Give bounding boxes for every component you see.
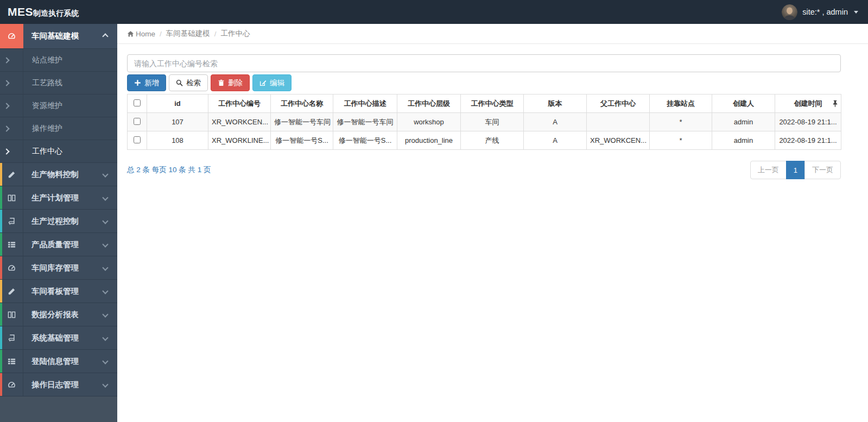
avatar [782, 4, 797, 20]
sidebar-filler [0, 396, 117, 422]
column-header-level: 工作中心层级 [397, 95, 461, 113]
app-logo: MES制造执行系统 [0, 5, 117, 18]
sidebar-item-system-management[interactable]: 系统基础管理 [0, 326, 117, 350]
column-header-created: 创建时间 [775, 95, 841, 113]
page-1-button[interactable]: 1 [786, 161, 805, 179]
sidebar-subitem-operation-maintenance[interactable]: 操作维护 [0, 117, 117, 140]
sidebar-submenu: 站点维护 工艺路线 资源维护 操作维护 工作中心 [0, 49, 117, 163]
table-header-row: id 工作中心编号 工作中心名称 工作中心描述 工作中心层级 工作中心类型 版本… [128, 95, 841, 113]
search-button[interactable]: 检索 [169, 74, 208, 91]
plus-icon [134, 79, 141, 86]
breadcrumb-home[interactable]: Home [136, 30, 155, 38]
sidebar-item-analytics-reports[interactable]: 数据分析报表 [0, 303, 117, 326]
book-icon [0, 210, 23, 232]
sidebar-item-label: 车间基础建模 [23, 24, 103, 48]
sidebar-item-process-control[interactable]: 生产过程控制 [0, 210, 117, 233]
breadcrumb-current: 工作中心 [221, 29, 250, 39]
trash-icon [218, 79, 225, 86]
column-header-desc: 工作中心描述 [333, 95, 397, 113]
sidebar-item-plan-management[interactable]: 生产计划管理 [0, 186, 117, 210]
user-label: site:* , admin [802, 8, 848, 16]
search-icon [176, 79, 183, 86]
prev-page-button[interactable]: 上一页 [750, 161, 787, 179]
sidebar-subitem-resource-maintenance[interactable]: 资源维护 [0, 95, 117, 117]
chevron-right-icon [3, 125, 9, 131]
column-header-creator: 创建人 [712, 95, 775, 113]
chevron-up-icon [102, 33, 108, 39]
table-row: 107 XR_WORKCEN... 修一智能一号车间 修一智能一号车间 work… [128, 113, 841, 131]
chevron-down-icon [102, 264, 108, 270]
row-checkbox[interactable] [134, 118, 141, 125]
column-header-name: 工作中心名称 [271, 95, 333, 113]
pin-icon[interactable] [832, 100, 838, 107]
chevron-down-icon [102, 218, 108, 224]
gauge-icon [0, 256, 23, 279]
gauge-icon [0, 373, 23, 396]
table-row: 108 XR_WORKLINE... 修一智能一号S... 修一智能一号S...… [128, 131, 841, 150]
sidebar-item-inventory-management[interactable]: 车间库存管理 [0, 256, 117, 280]
chevron-down-icon [102, 194, 108, 200]
breadcrumb: Home / 车间基础建模 / 工作中心 [117, 24, 868, 44]
next-page-button[interactable]: 下一页 [804, 161, 841, 179]
pencil-icon [0, 163, 23, 186]
columns-icon [0, 186, 23, 209]
chevron-right-icon [3, 80, 9, 86]
row-checkbox[interactable] [134, 136, 141, 143]
column-header-parent: 父工作中心 [587, 95, 650, 113]
sidebar: 车间基础建模 站点维护 工艺路线 资源维护 操作维护 工作中心 [0, 24, 117, 422]
edit-button[interactable]: 编辑 [252, 74, 292, 91]
topbar: MES制造执行系统 site:* , admin [0, 0, 868, 24]
sidebar-subitem-work-center[interactable]: 工作中心 [0, 140, 117, 163]
chevron-right-icon [3, 148, 9, 154]
chevron-down-icon [102, 311, 108, 317]
column-header-version: 版本 [524, 95, 587, 113]
sidebar-subitem-station-maintenance[interactable]: 站点维护 [0, 49, 117, 72]
chevron-down-icon [102, 335, 108, 341]
add-button[interactable]: 新增 [127, 74, 166, 91]
list-icon [0, 233, 23, 256]
chevron-down-icon [102, 171, 108, 177]
delete-button[interactable]: 删除 [211, 74, 250, 91]
columns-icon [0, 303, 23, 326]
column-header-id: id [147, 95, 208, 113]
column-header-type: 工作中心类型 [461, 95, 524, 113]
gauge-icon [0, 24, 23, 48]
logo-mes: MES [8, 5, 33, 18]
sidebar-subitem-process-route[interactable]: 工艺路线 [0, 72, 117, 95]
chevron-down-icon [102, 381, 108, 387]
sidebar-item-quality-management[interactable]: 产品质量管理 [0, 233, 117, 256]
sidebar-item-kanban-management[interactable]: 车间看板管理 [0, 280, 117, 303]
pagination-summary: 总 2 条 每页 10 条 共 1 页 [127, 165, 211, 175]
edit-icon [259, 79, 267, 86]
pencil-icon [0, 280, 23, 303]
sidebar-item-login-info-management[interactable]: 登陆信息管理 [0, 350, 117, 373]
sidebar-item-operation-log-management[interactable]: 操作日志管理 [0, 373, 117, 396]
toolbar: 新增 检索 删除 编辑 [127, 74, 841, 91]
pagination: 上一页 1 下一页 [750, 161, 841, 179]
column-header-station: 挂靠站点 [650, 95, 712, 113]
chevron-right-icon [3, 103, 9, 109]
select-all-checkbox[interactable] [134, 99, 141, 106]
breadcrumb-group: 车间基础建模 [166, 29, 210, 39]
list-icon [0, 350, 23, 373]
book-icon [0, 326, 23, 349]
home-icon [127, 30, 134, 37]
search-input[interactable] [127, 54, 841, 72]
chevron-down-icon [102, 358, 108, 364]
column-header-code: 工作中心编号 [208, 95, 271, 113]
chevron-down-icon [102, 241, 108, 247]
logo-suffix: 制造执行系统 [33, 9, 79, 17]
user-menu[interactable]: site:* , admin [782, 4, 858, 20]
chevron-right-icon [3, 57, 9, 63]
sidebar-item-material-control[interactable]: 生产物料控制 [0, 163, 117, 186]
work-center-table: id 工作中心编号 工作中心名称 工作中心描述 工作中心层级 工作中心类型 版本… [127, 94, 841, 150]
chevron-down-icon [102, 288, 108, 294]
sidebar-item-workshop-modeling[interactable]: 车间基础建模 [0, 24, 117, 49]
caret-down-icon [854, 11, 858, 14]
